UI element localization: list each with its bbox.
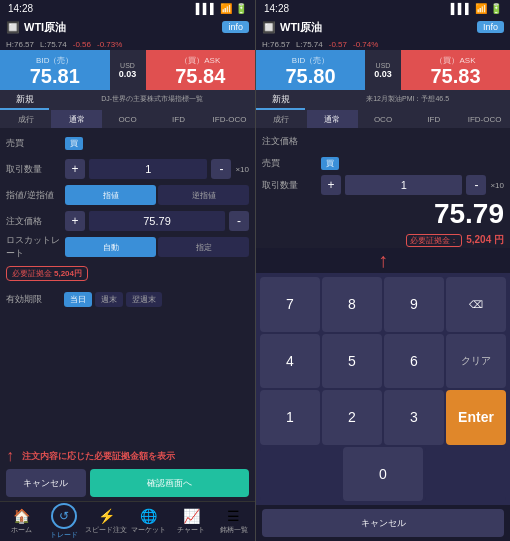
right-margin-required: 必要証拠金： 5,204 円 (256, 232, 510, 248)
r-buy-sell-row: 売買 買 (262, 152, 504, 174)
num-3[interactable]: 3 (384, 390, 444, 445)
validity-today[interactable]: 当日 (64, 292, 92, 307)
r-qty-plus[interactable]: + (321, 175, 341, 195)
nav-home[interactable]: 🏠 ホーム (0, 502, 43, 541)
left-info-button[interactable]: info (222, 21, 249, 33)
nav-market[interactable]: 🌐 マーケット (128, 502, 171, 541)
list-icon: ☰ (227, 508, 240, 524)
qty-input[interactable]: 1 (89, 159, 207, 179)
r-buy-badge[interactable]: 買 (321, 157, 339, 170)
r-order-tab-oco[interactable]: OCO (358, 110, 409, 128)
left-status-icons: ▌▌▌ 📶 🔋 (196, 3, 247, 14)
target-tab-stop[interactable]: 逆指値 (158, 185, 249, 205)
nav-list[interactable]: ☰ 銘柄一覧 (213, 502, 256, 541)
r-tab-news: 来12月製油PMI：予想46.5 (305, 90, 510, 110)
r-qty-row: 取引数量 + 1 - ×10 (262, 174, 504, 196)
numpad-row-2: 4 5 6 クリア (260, 334, 506, 389)
order-price-label: 注文価格 (262, 135, 298, 148)
price-row: 注文価格 + 75.79 - (6, 210, 249, 232)
num-7[interactable]: 7 (260, 277, 320, 332)
left-bid-ask-row: BID（売） 75.81 USD 0.03 （買）ASK 75.84 (0, 50, 255, 90)
right-arrow: ↑ (256, 248, 510, 273)
left-order-tabs: 成行 通常 OCO IFD IFD-OCO (0, 110, 255, 128)
right-bid-box[interactable]: BID（売） 75.80 (256, 50, 365, 90)
nav-chart[interactable]: 📈 チャート (170, 502, 213, 541)
num-2[interactable]: 2 (322, 390, 382, 445)
left-header: 🔲 WTI原油 info (0, 16, 255, 38)
r-qty-input[interactable]: 1 (345, 175, 462, 195)
losscut-row: ロスカットレート 自動 指定 (6, 236, 249, 258)
num-empty-left (260, 447, 341, 502)
numpad-row-4: 0 (260, 447, 506, 502)
num-1[interactable]: 1 (260, 390, 320, 445)
order-tab-ifd[interactable]: IFD (153, 110, 204, 128)
order-tab-normal[interactable]: 通常 (51, 110, 102, 128)
r-tab-new[interactable]: 新規 (256, 90, 305, 110)
left-bid-box[interactable]: BID（売） 75.81 (0, 50, 110, 90)
losscut-auto[interactable]: 自動 (65, 237, 156, 257)
clear-btn[interactable]: クリア (446, 334, 506, 389)
qty-minus-btn[interactable]: - (211, 159, 231, 179)
right-price-row: H:76.57 L:75.74 -0.57 -0.74% (256, 38, 510, 50)
tab-new[interactable]: 新規 (0, 90, 49, 110)
qty-row: 取引数量 + 1 - ×10 (6, 158, 249, 180)
annotation-row: ↑ 注文内容に応じた必要証拠金額を表示 (0, 445, 255, 465)
num-0[interactable]: 0 (343, 447, 424, 502)
num-5[interactable]: 5 (322, 334, 382, 389)
right-cancel-button[interactable]: キャンセル (262, 509, 504, 537)
nav-speed[interactable]: ⚡ スピード注文 (85, 502, 128, 541)
price-minus-btn[interactable]: - (229, 211, 249, 231)
target-toggle: 指値 逆指値 (65, 185, 249, 205)
num-6[interactable]: 6 (384, 334, 444, 389)
price-input[interactable]: 75.79 (89, 211, 225, 231)
buy-badge[interactable]: 買 (65, 137, 83, 150)
num-empty-right (425, 447, 506, 502)
left-bottom-buttons: キャンセル 確認画面へ (0, 465, 255, 501)
losscut-toggle: 自動 指定 (65, 237, 249, 257)
order-tab-ifd-oco[interactable]: IFD-OCO (204, 110, 255, 128)
right-ask-box[interactable]: （買）ASK 75.83 (401, 50, 510, 90)
validity-row: 有効期限 当日 週末 翌週末 (6, 288, 249, 310)
r-order-tab-ifd[interactable]: IFD (408, 110, 459, 128)
left-cancel-button[interactable]: キャンセル (6, 469, 86, 497)
trade-icon: ↺ (51, 503, 77, 529)
margin-row: 必要証拠金 5,204円 (6, 262, 249, 284)
r-order-tab-normal[interactable]: 通常 (307, 110, 358, 128)
order-tab-oco[interactable]: OCO (102, 110, 153, 128)
annotation-text: 注文内容に応じた必要証拠金額を表示 (20, 448, 249, 465)
speed-icon: ⚡ (98, 508, 115, 524)
right-header: 🔲 WTI原油 Info (256, 16, 510, 38)
nav-trade[interactable]: ↺ トレード (43, 502, 86, 541)
wifi-icon: 📶 (220, 3, 232, 14)
target-tab-limit[interactable]: 指値 (65, 185, 156, 205)
r-order-tab-ifd-oco[interactable]: IFD-OCO (459, 110, 510, 128)
right-status-bar: 14:28 ▌▌▌ 📶 🔋 (256, 0, 510, 16)
left-ask-box[interactable]: （買）ASK 75.84 (146, 50, 256, 90)
left-tab-row: 新規 DJ-世界の主要株式市場指標一覧 (0, 90, 255, 110)
right-status-icons: ▌▌▌ 📶 🔋 (451, 3, 502, 14)
buy-sell-row: 売買 買 (6, 132, 249, 154)
order-tab-seiko[interactable]: 成行 (0, 110, 51, 128)
home-icon: 🏠 (13, 508, 30, 524)
left-price-row: H:76.57 L:75.74 -0.56 -0.73% (0, 38, 255, 50)
qty-plus-btn[interactable]: + (65, 159, 85, 179)
right-cancel-row: キャンセル (256, 505, 510, 541)
confirm-button[interactable]: 確認画面へ (90, 469, 249, 497)
losscut-manual[interactable]: 指定 (158, 237, 249, 257)
enter-btn[interactable]: Enter (446, 390, 506, 445)
r-order-tab-seiko[interactable]: 成行 (256, 110, 307, 128)
tab-dj: DJ-世界の主要株式市場指標一覧 (49, 90, 255, 110)
right-info-button[interactable]: Info (477, 21, 504, 33)
num-4[interactable]: 4 (260, 334, 320, 389)
delete-btn[interactable]: ⌫ (446, 277, 506, 332)
num-8[interactable]: 8 (322, 277, 382, 332)
num-9[interactable]: 9 (384, 277, 444, 332)
validity-next-week[interactable]: 翌週末 (126, 292, 162, 307)
right-bid-ask-row: BID（売） 75.80 USD 0.03 （買）ASK 75.83 (256, 50, 510, 90)
left-status-bar: 14:28 ▌▌▌ 📶 🔋 (0, 0, 255, 16)
price-plus-btn[interactable]: + (65, 211, 85, 231)
r-qty-minus[interactable]: - (466, 175, 486, 195)
validity-week[interactable]: 週末 (95, 292, 123, 307)
numpad-row-3: 1 2 3 Enter (260, 390, 506, 445)
left-phone-panel: 14:28 ▌▌▌ 📶 🔋 🔲 WTI原油 info H:76.57 L:75.… (0, 0, 255, 541)
